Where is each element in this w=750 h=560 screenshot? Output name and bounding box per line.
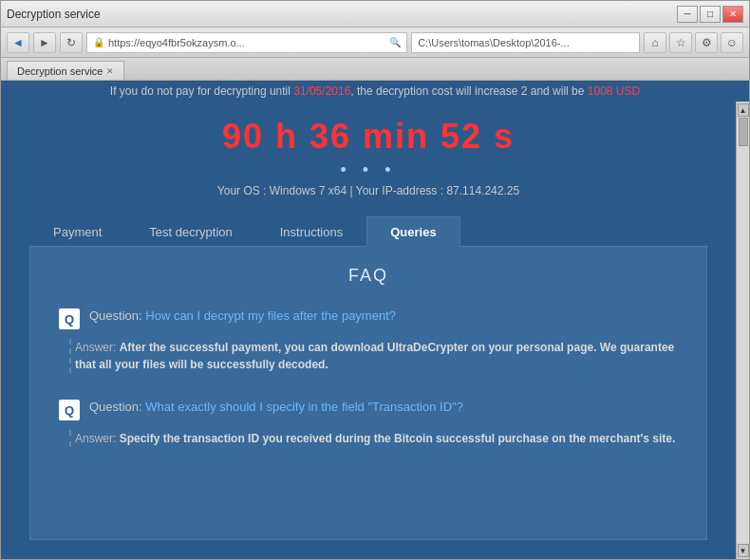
smile-button[interactable]: ☺ [721,32,743,53]
ip-value: 87.114.242.25 [446,184,519,197]
answer-prefix-1: Answer: [75,341,120,354]
timer-dots: • • • [1,160,736,180]
close-button[interactable]: ✕ [722,6,743,23]
faq-question-row-1: Q Question: How can I decrypt my files a… [59,308,678,329]
q-icon-2: Q [59,400,80,420]
lock-icon: 🔒 [93,37,104,47]
toolbar-right: ⌂ ☆ ⚙ ☺ [644,32,743,53]
tab-queries[interactable]: Queries [366,216,459,247]
tab-payment[interactable]: Payment [29,216,125,247]
nav-tabs: Payment Test decryption Instructions Que… [29,216,707,247]
browser-tab-close[interactable]: ✕ [106,66,114,76]
title-bar-title: Decryption service [7,8,101,21]
question-text-2: Question: What exactly should I specify … [89,400,463,414]
warning-date: 31/05/2016 [293,84,350,98]
scroll-thumb[interactable] [739,118,748,146]
maximize-button[interactable]: □ [700,6,721,23]
title-bar-left: Decryption service [7,8,101,21]
timer-display: 90 h 36 min 52 s [1,117,736,157]
search-icon: 🔍 [389,37,401,47]
faq-container: FAQ Q Question: How can I decrypt my fil… [29,247,707,540]
question-prefix-2: Question: [89,400,145,414]
answer-row-2: Answer: Specify the transaction ID you r… [69,430,678,447]
answer-text-1: Answer: After the successful payment, yo… [75,339,678,373]
forward-button[interactable]: ► [33,32,56,53]
q-icon-1: Q [59,308,80,329]
url-text: https://eqyo4fbr5okzaysm.o... [108,37,385,48]
answer-row-1: Answer: After the successful payment, yo… [69,339,678,373]
separator: | Your IP-address : [350,184,444,197]
back-button[interactable]: ◄ [7,32,29,53]
warning-prefix: If you do not pay for decrypting until [110,84,293,98]
browser-toolbar: ◄ ► ↻ 🔒 https://eqyo4fbr5okzaysm.o... 🔍 … [1,28,749,58]
browser-window: Decryption service ─ □ ✕ ◄ ► ↻ 🔒 https:/… [0,0,750,560]
answer-bold-1: After the successful payment, you can do… [75,341,674,371]
warning-amount: 1008 USD [588,84,640,98]
question-text-1: Question: How can I decrypt my files aft… [89,308,396,323]
faq-item-2: Q Question: What exactly should I specif… [59,400,678,447]
answer-bold-2: Specify the transaction ID you received … [120,432,676,445]
page-content: 90 h 36 min 52 s • • • Your OS : Windows… [1,102,736,559]
answer-text-2: Answer: Specify the transaction ID you r… [75,430,675,447]
question-highlight-1: How can I decrypt my files after the pay… [145,308,396,323]
browser-content: 90 h 36 min 52 s • • • Your OS : Windows… [1,102,749,559]
title-bar-controls[interactable]: ─ □ ✕ [677,6,743,23]
scrollbar[interactable]: ▲ ▼ [736,102,749,559]
timer-section: 90 h 36 min 52 s • • • Your OS : Windows… [1,102,736,207]
tab-instructions[interactable]: Instructions [256,216,366,247]
warning-bar: If you do not pay for decrypting until 3… [1,81,749,102]
refresh-button[interactable]: ↻ [60,32,83,53]
minimize-button[interactable]: ─ [677,6,698,23]
faq-item-1: Q Question: How can I decrypt my files a… [59,308,678,373]
title-bar: Decryption service ─ □ ✕ [1,1,749,28]
address-bar[interactable]: 🔒 https://eqyo4fbr5okzaysm.o... 🔍 [86,32,407,53]
home-button[interactable]: ⌂ [644,32,666,53]
scroll-track[interactable] [737,117,749,544]
os-label: Your OS : [217,184,267,197]
scroll-down-arrow[interactable]: ▼ [738,544,749,557]
browser-tab-bar: Decryption service ✕ [1,58,749,81]
file-path-bar[interactable]: C:\Users\tomas\Desktop\2016-... [411,32,640,53]
browser-tab[interactable]: Decryption service ✕ [7,61,124,80]
question-highlight-2: What exactly should I specify in the fie… [145,400,463,414]
browser-tab-label: Decryption service [17,65,103,77]
tools-button[interactable]: ⚙ [695,32,718,53]
faq-question-row-2: Q Question: What exactly should I specif… [59,400,678,420]
answer-prefix-2: Answer: [75,432,120,445]
warning-middle: , the decryption cost will increase 2 an… [350,84,587,98]
faq-title: FAQ [59,266,678,286]
star-button[interactable]: ☆ [669,32,692,53]
file-path-text: C:\Users\tomas\Desktop\2016-... [418,37,633,48]
scroll-up-arrow[interactable]: ▲ [738,103,749,117]
system-info: Your OS : Windows 7 x64 | Your IP-addres… [1,184,736,197]
tab-test-decryption[interactable]: Test decryption [125,216,255,247]
question-prefix-1: Question: [89,308,145,323]
os-value: Windows 7 x64 [270,184,347,197]
